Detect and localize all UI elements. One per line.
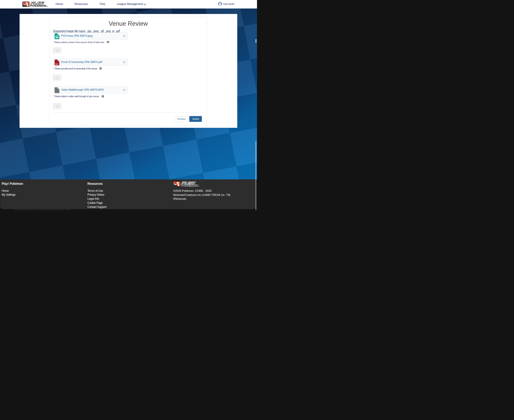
svg-text:POKÉMON: POKÉMON [30,4,46,7]
svg-text:TM: TM [198,186,199,187]
svg-text:POKÉMON: POKÉMON [181,184,198,187]
svg-text:TM: TM [47,6,48,7]
svg-text:PDF: PDF [55,63,59,65]
